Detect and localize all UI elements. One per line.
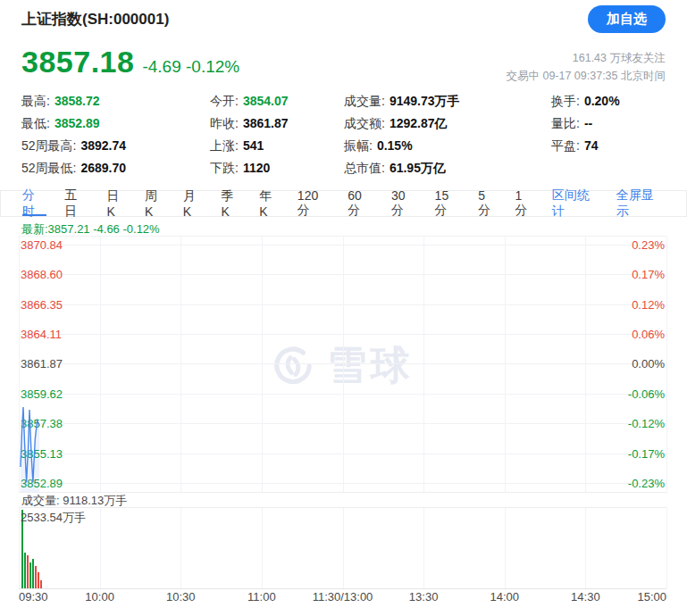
page-title: 上证指数(SH:000001) [21,9,169,29]
stat-item: 下跌:1120 [210,157,344,179]
add-watchlist-button[interactable]: 加自选 [588,5,666,33]
stat-item: 换手:0.20% [551,90,666,112]
tab-1分[interactable]: 1分 [515,191,534,216]
stat-label: 换手: [551,94,580,108]
stat-item: 平盘:74 [551,135,666,157]
v-gridline [100,508,101,588]
stat-value: 3861.87 [243,116,289,130]
stat-value: 2689.70 [80,161,126,175]
tab-五日[interactable]: 五日 [64,191,88,216]
stat-value: 3858.72 [54,94,100,108]
volume-chart-pane[interactable]: 2533.54万手 [19,507,666,589]
tab-30分[interactable]: 30分 [391,191,417,216]
x-axis-time-label: 10:00 [85,590,114,604]
stats-grid: 最高:3858.72最低:3852.8952周最高:3892.7452周最低:2… [21,90,666,179]
stat-label: 最高: [21,94,50,108]
stat-item: 最低:3852.89 [21,112,210,135]
intraday-price-line [19,237,666,493]
stat-item: 今开:3854.07 [210,90,344,112]
stat-label: 最低: [21,116,50,130]
v-gridline [666,237,667,493]
stat-value: 1292.87亿 [390,116,448,130]
stat-label: 总市值: [344,161,385,175]
volume-bar [29,562,31,588]
tab-月K[interactable]: 月K [183,191,204,216]
price-change: -4.69 -0.12% [142,57,239,77]
stat-value: 74 [584,138,599,153]
x-axis-time-label: 13:30 [409,590,439,604]
tab-分时[interactable]: 分时 [22,191,46,216]
v-gridline [262,508,263,588]
tab-周K[interactable]: 周K [145,191,165,216]
tab-年K[interactable]: 年K [259,191,280,216]
x-axis-time-label: 11:30/13:00 [313,590,373,604]
stat-value: 3854.07 [243,94,289,108]
x-axis-time-label: 09:30 [19,590,48,604]
stat-value: 61.95万亿 [390,161,446,175]
stat-label: 昨收: [210,116,239,130]
stat-value: 3892.74 [80,138,126,153]
stats-column-2: 今开:3854.07昨收:3861.87上涨:541下跌:1120 [210,90,344,179]
stats-column-4: 换手:0.20%量比:--平盘:74 [551,90,666,179]
volume-bar [27,555,29,588]
stat-item: 昨收:3861.87 [210,112,344,135]
stat-label: 成交量: [344,94,385,108]
period-tabbar: 分时五日日K周K月K季K年K120分60分30分15分5分1分区间统计全屏显示 [0,190,687,217]
chart-action-links: 区间统计全屏显示 [552,191,665,216]
volume-label-row: 成交量: 9118.13万手 [19,492,666,508]
v-gridline [505,508,506,588]
stat-label: 今开: [210,94,239,108]
stat-label: 上涨: [210,138,239,153]
stat-value: 9149.73万手 [390,94,460,108]
current-price: 3857.18 [21,45,134,79]
link-全屏显示[interactable]: 全屏显示 [616,191,665,216]
stat-item: 52周最低:2689.70 [21,157,210,179]
stat-item: 量比:-- [551,112,666,135]
stat-value: 3852.89 [54,116,100,130]
volume-bar [35,566,37,589]
stat-value: 541 [243,138,264,153]
stat-item: 最高:3858.72 [21,90,210,112]
tab-60分[interactable]: 60分 [348,191,373,216]
stats-column-3: 成交量:9149.73万手成交额:1292.87亿振幅:0.15%总市值:61.… [344,90,551,179]
header-meta: 161.43 万球友关注 交易中 09-17 09:37:35 北京时间 [506,49,666,85]
stat-value: 0.15% [377,138,413,153]
x-axis-time-label: 11:00 [247,590,276,604]
time-axis: 09:3010:0010:3011:0011:30/13:0013:3014:0… [19,590,666,606]
price-chart-pane[interactable]: 雪球 3870.840.23%3868.600.17%3866.350.12%3… [19,236,666,493]
stat-value: 0.20% [584,94,620,108]
volume-scale-label: 2533.54万手 [21,510,86,526]
x-axis-time-label: 14:00 [490,590,519,604]
tab-季K[interactable]: 季K [221,191,241,216]
stat-item: 振幅:0.15% [344,135,551,157]
stat-label: 下跌: [210,161,239,175]
price-row: 3857.18 -4.69 -0.12% [21,45,239,79]
v-gridline [423,508,424,588]
volume-bar [24,553,26,589]
x-axis-time-label: 10:30 [166,590,196,604]
stat-label: 平盘: [551,138,580,153]
stat-item: 成交量:9149.73万手 [344,90,551,112]
stat-label: 成交额: [344,116,385,130]
volume-bar [38,572,39,588]
v-gridline [180,508,181,588]
stat-value: -- [584,116,592,130]
volume-bar [40,580,42,588]
v-gridline [19,508,20,588]
stat-item: 52周最高:3892.74 [21,135,210,157]
tab-日K[interactable]: 日K [106,191,127,216]
stat-label: 量比: [551,116,580,130]
v-gridline [343,508,344,588]
stat-label: 振幅: [344,138,373,153]
stat-label: 52周最高: [21,138,76,153]
stat-item: 成交额:1292.87亿 [344,112,551,135]
tab-15分[interactable]: 15分 [435,191,461,216]
link-区间统计[interactable]: 区间统计 [552,191,600,216]
v-gridline [666,508,667,588]
v-gridline [585,508,586,588]
tab-120分[interactable]: 120分 [297,191,330,216]
tab-5分[interactable]: 5分 [478,191,497,216]
followers-count: 161.43 万球友关注 [506,49,666,67]
stat-item: 总市值:61.95万亿 [344,157,551,179]
volume-total-label: 成交量: 9118.13万手 [21,494,127,507]
